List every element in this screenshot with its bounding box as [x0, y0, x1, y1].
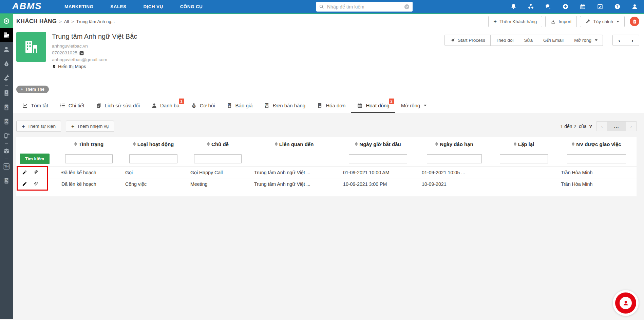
next-record-button[interactable]: ›: [626, 35, 639, 46]
filter-input-ngay-gio-bat-dau[interactable]: [349, 154, 407, 163]
add-event-button[interactable]: +Thêm sự kiện: [16, 121, 61, 132]
related-list-toolbar: +Thêm sự kiện +Thêm nhiệm vụ 1 đến 2 của…: [13, 113, 644, 137]
add-task-button[interactable]: +Thêm nhiệm vụ: [66, 121, 114, 132]
sidebar-item-organizations[interactable]: [0, 28, 13, 42]
sidebar-item-sms[interactable]: [0, 129, 13, 143]
edit-button[interactable]: Sửa: [519, 35, 538, 46]
filter-input-chu-de[interactable]: [194, 154, 241, 163]
sidebar-item-th-module[interactable]: TH: [0, 159, 13, 174]
chat-icon[interactable]: [545, 3, 551, 10]
sidebar-item-home[interactable]: [0, 14, 13, 28]
table-row[interactable]: Đã lên kế hoạch Gọi Gọi Happy Call Trung…: [16, 166, 637, 178]
import-button[interactable]: Import: [545, 16, 577, 27]
sidebar-item-opportunities[interactable]: [0, 56, 13, 71]
send-email-button[interactable]: Gửi Email: [538, 35, 569, 46]
previous-record-button[interactable]: ‹: [612, 35, 626, 46]
help-icon[interactable]: [614, 3, 621, 10]
start-process-button[interactable]: Start Process: [444, 35, 491, 46]
column-header-chu-de[interactable]: Chủ đề: [186, 141, 250, 147]
filter-input-ngay-dao-han[interactable]: [427, 154, 481, 163]
menu-sales[interactable]: SALES: [110, 4, 126, 9]
sidebar-item-contacts[interactable]: [0, 42, 13, 56]
apps-modules-icon[interactable]: [528, 3, 534, 10]
attachment-clip-icon[interactable]: [33, 170, 38, 175]
page-more-button[interactable]: ...: [607, 121, 626, 131]
global-search-input[interactable]: [326, 4, 401, 10]
sidebar-item-invoices[interactable]: I: [0, 86, 13, 100]
tab-mo-rong[interactable]: Mở rộng: [395, 98, 433, 113]
support-chat-widget[interactable]: [613, 290, 639, 316]
filter-input-nv-duoc-giao-viec[interactable]: [567, 154, 626, 163]
tab-hoat-dong[interactable]: Hoạt động2: [351, 98, 395, 113]
add-tag-button[interactable]: +Thêm Thẻ: [16, 86, 49, 93]
search-button[interactable]: Tìm kiếm: [20, 154, 50, 164]
edit-pencil-icon[interactable]: [22, 181, 27, 186]
edit-pencil-icon[interactable]: [22, 170, 27, 175]
record-header: Trung tâm Anh ngữ Việt Bắc anhnguvietbac…: [13, 29, 644, 70]
column-header-tinh-trang[interactable]: Tình trạng: [57, 141, 121, 147]
notifications-bell-icon[interactable]: [510, 3, 517, 10]
sidebar-divider: [5, 85, 8, 86]
tab-chi-tiet[interactable]: Chi tiết: [54, 98, 90, 113]
breadcrumb-record[interactable]: Trung tâm Anh ng...: [76, 19, 115, 24]
user-profile-icon[interactable]: [631, 3, 638, 10]
page-next-button[interactable]: ›: [626, 121, 637, 131]
caret-down-icon: [617, 21, 619, 22]
customize-button[interactable]: Tùy chỉnh: [580, 16, 625, 27]
filter-input-lap-lai[interactable]: [500, 154, 548, 163]
attachment-clip-icon[interactable]: [33, 181, 38, 186]
tab-tom-tat[interactable]: Tóm tắt: [16, 98, 54, 113]
record-website[interactable]: anhnguvietbac.vn: [52, 43, 137, 50]
menu-cong-cu[interactable]: CÔNG CỤ: [180, 4, 203, 9]
column-header-nv-duoc-giao-viec[interactable]: NV được giao việc: [556, 141, 637, 147]
table-row[interactable]: Đã lên kế hoạch Công việc Meeting Trung …: [16, 178, 637, 190]
sort-icon: [514, 142, 516, 146]
plus-icon: +: [494, 19, 497, 24]
show-maps-link[interactable]: Hiển thị Maps: [52, 63, 137, 70]
app-logo[interactable]: ABMS: [0, 1, 53, 12]
notes-widget-button[interactable]: [630, 17, 639, 26]
column-header-lap-lai[interactable]: Lặp lại: [491, 141, 556, 147]
quick-create-plus-icon[interactable]: [562, 3, 569, 10]
pagination-controls: ‹ ... ›: [597, 121, 637, 131]
filter-input-tinh-trang[interactable]: [65, 154, 112, 163]
moneybag-icon: [191, 103, 197, 108]
send-arrow-icon: [450, 38, 455, 43]
sidebar-item-quotes[interactable]: Q: [0, 100, 13, 114]
tag-row: +Thêm Thẻ: [13, 70, 644, 93]
calendar-icon[interactable]: [580, 3, 586, 10]
tab-co-hoi[interactable]: Cơ hội: [185, 98, 221, 113]
sidebar-item-sales-orders[interactable]: SO: [0, 114, 13, 129]
column-header-loai-hoat-dong[interactable]: Loại hoạt động: [121, 141, 186, 147]
column-header-lien-quan-den[interactable]: Liên quan đến: [250, 141, 339, 147]
tab-danh-ba[interactable]: Danh bạ1: [146, 98, 185, 113]
column-header-ngay-gio-bat-dau[interactable]: Ngày giờ bắt đầu: [339, 141, 417, 147]
tab-bao-gia[interactable]: QBáo giá: [221, 98, 259, 113]
sidebar-item-services[interactable]: [0, 71, 13, 85]
tab-lich-su-sua-doi[interactable]: Lịch sử sửa đổi: [90, 98, 146, 113]
tab-hoa-don[interactable]: IHóa đơn: [311, 98, 351, 113]
cell-ngay-dao-han: 01-09-2021 10:05 ...: [417, 170, 491, 175]
record-phone[interactable]: 0702831025: [52, 50, 137, 56]
tasks-check-icon[interactable]: [597, 3, 603, 10]
menu-marketing[interactable]: MARKETING: [64, 4, 93, 9]
sort-icon: [572, 142, 574, 146]
sidebar-item-products[interactable]: [0, 144, 13, 158]
sidebar-item-purchase-orders[interactable]: PO: [0, 174, 13, 188]
column-header-ngay-dao-han[interactable]: Ngày đáo hạn: [417, 141, 491, 147]
list-icon: [60, 103, 65, 108]
cell-lien-quan-den: Trung tâm Anh ngữ Việt ...: [250, 170, 339, 175]
record-email[interactable]: anhnguvietbac@gmail.com: [52, 56, 137, 63]
follow-button[interactable]: Theo dõi: [490, 35, 519, 46]
filter-input-loai-hoat-dong[interactable]: [129, 154, 177, 163]
page-prev-button[interactable]: ‹: [596, 121, 607, 131]
menu-dich-vu[interactable]: DỊCH VỤ: [143, 4, 163, 9]
support-person-icon: [620, 297, 632, 309]
breadcrumb-module[interactable]: KHÁCH HÀNG: [16, 18, 57, 25]
search-scope-dropdown-icon[interactable]: [404, 4, 410, 10]
breadcrumb-filter[interactable]: All: [64, 19, 69, 24]
tab-don-ban-hang[interactable]: SOĐơn bán hàng: [258, 98, 311, 113]
add-customer-button[interactable]: +Thêm Khách hàng: [488, 16, 543, 27]
more-actions-button[interactable]: Mở rộng: [569, 35, 603, 46]
global-search[interactable]: [316, 2, 413, 12]
